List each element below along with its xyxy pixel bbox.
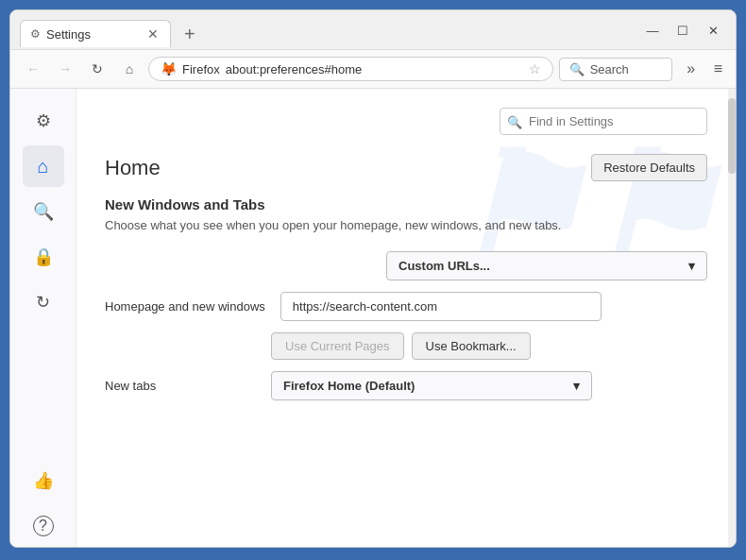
use-bookmark-button[interactable]: Use Bookmark... — [412, 332, 531, 360]
newtab-label: New tabs — [105, 379, 256, 393]
sidebar-item-privacy[interactable]: 🔒 — [23, 236, 64, 278]
browser-search-box[interactable]: 🔍 Search — [559, 58, 672, 81]
maximize-button[interactable]: ☐ — [670, 21, 696, 42]
settings-tab-title: Settings — [46, 27, 91, 42]
newtab-dropdown-arrow: ▾ — [573, 379, 580, 393]
extensions-icon: 👍 — [33, 470, 54, 491]
lock-icon: 🔒 — [33, 246, 54, 267]
minimize-button[interactable]: — — [639, 21, 666, 42]
scrollbar-thumb[interactable] — [728, 98, 736, 174]
settings-tab-icon: ⚙ — [30, 27, 41, 41]
sidebar-item-help[interactable]: ? — [23, 505, 64, 547]
sidebar-item-extensions[interactable]: 👍 — [23, 460, 64, 501]
back-button[interactable]: ← — [20, 56, 46, 82]
bookmark-star-icon[interactable]: ☆ — [529, 61, 541, 76]
help-icon: ? — [33, 516, 54, 536]
home-icon: ⌂ — [37, 156, 48, 178]
homepage-type-dropdown-arrow: ▾ — [688, 259, 695, 273]
settings-content: ⚑⚑ 🔍 Home Restore Defaults New Windows a… — [76, 89, 736, 431]
section-header: Home Restore Defaults — [105, 154, 707, 181]
tab-close-button[interactable]: ✕ — [145, 26, 161, 42]
page-title: Home — [105, 156, 161, 180]
find-icon: 🔍 — [507, 114, 522, 128]
more-button[interactable]: » — [678, 56, 704, 82]
close-button[interactable]: ✕ — [700, 21, 726, 42]
gear-icon: ⚙ — [36, 110, 51, 131]
site-name: Firefox — [182, 62, 220, 76]
settings-tab[interactable]: ⚙ Settings ✕ — [20, 20, 171, 47]
use-current-pages-button[interactable]: Use Current Pages — [271, 332, 404, 360]
window-controls: — ☐ ✕ — [639, 21, 726, 47]
sidebar-item-settings[interactable]: ⚙ — [23, 100, 64, 142]
homepage-url-input[interactable] — [280, 292, 602, 321]
home-button[interactable]: ⌂ — [116, 56, 143, 82]
subsection-desc: Choose what you see when you open your h… — [105, 218, 707, 232]
sidebar-item-home[interactable]: ⌂ — [23, 145, 64, 187]
newtab-dropdown[interactable]: Firefox Home (Default) ▾ — [271, 371, 592, 400]
sync-icon: ↻ — [36, 292, 50, 313]
homepage-label: Homepage and new windows — [105, 299, 265, 314]
nav-bar: ← → ↻ ⌂ 🦊 Firefox about:preferences#home… — [10, 50, 736, 89]
newtab-dropdown-label: Firefox Home (Default) — [283, 379, 415, 393]
url-text: about:preferences#home — [226, 62, 363, 76]
homepage-type-dropdown[interactable]: Custom URLs... ▾ — [386, 251, 707, 280]
find-bar: 🔍 — [105, 108, 707, 135]
homepage-type-dropdown-label: Custom URLs... — [398, 259, 490, 273]
subsection-title: New Windows and Tabs — [105, 196, 707, 212]
homepage-dropdown-row: Custom URLs... ▾ — [105, 251, 707, 280]
scrollbar-track[interactable] — [728, 89, 736, 547]
forward-button[interactable]: → — [52, 56, 78, 82]
search-icon: 🔍 — [569, 62, 585, 76]
address-bar[interactable]: 🦊 Firefox about:preferences#home ☆ — [148, 57, 553, 81]
main-content: ⚙ ⌂ 🔍 🔒 ↻ 👍 ? — [10, 89, 736, 547]
sidebar: ⚙ ⌂ 🔍 🔒 ↻ 👍 ? — [10, 89, 76, 547]
firefox-icon: 🦊 — [161, 61, 177, 76]
sidebar-item-search[interactable]: 🔍 — [23, 191, 64, 232]
homepage-button-row: Use Current Pages Use Bookmark... — [271, 332, 707, 360]
title-bar: ⚙ Settings ✕ + — ☐ ✕ — [10, 10, 736, 50]
menu-button[interactable]: ≡ — [710, 57, 726, 81]
search-label: Search — [590, 62, 629, 76]
search-icon: 🔍 — [33, 201, 54, 222]
find-in-settings-input[interactable] — [500, 108, 707, 135]
newtab-row: New tabs Firefox Home (Default) ▾ — [105, 371, 707, 400]
find-input-wrapper: 🔍 — [500, 108, 707, 135]
new-tab-button[interactable]: + — [178, 25, 201, 43]
homepage-url-row: Homepage and new windows — [105, 292, 707, 321]
sidebar-item-sync[interactable]: ↻ — [23, 281, 64, 323]
reload-button[interactable]: ↻ — [84, 56, 110, 82]
settings-wrapper: ⚑⚑ 🔍 Home Restore Defaults New Windows a… — [76, 89, 736, 547]
restore-defaults-button[interactable]: Restore Defaults — [591, 154, 707, 181]
